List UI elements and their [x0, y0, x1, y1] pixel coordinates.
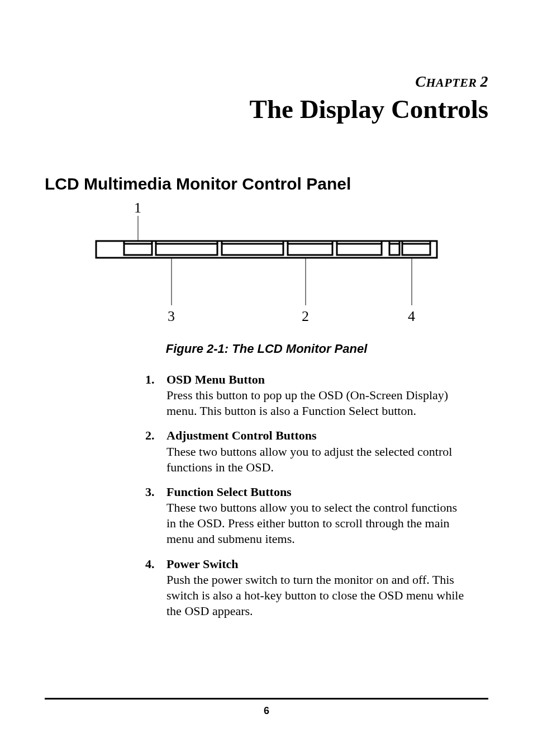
figure-caption: Figure 2-1: The LCD Monitor Panel: [45, 342, 488, 356]
item-title: OSD Menu Button: [166, 372, 265, 386]
monitor-panel-diagram: 1: [93, 199, 440, 330]
definition-list: 1. OSD Menu Button Press this button to …: [145, 372, 466, 619]
footer-rule: [45, 698, 488, 700]
item-desc: Push the power switch to turn the monito…: [166, 573, 464, 618]
item-number: 4.: [145, 556, 166, 620]
chapter-label: CHAPTER 2: [45, 73, 488, 91]
svg-rect-2: [124, 244, 152, 255]
item-title: Power Switch: [166, 557, 239, 571]
figure: 1: [45, 199, 488, 356]
svg-rect-3: [156, 244, 217, 255]
callout-4: 4: [408, 308, 415, 324]
callout-1: 1: [134, 200, 141, 216]
chapter-label-num: 2: [480, 73, 489, 90]
item-desc: Press this button to pop up the OSD (On-…: [166, 388, 448, 418]
svg-rect-5: [288, 244, 332, 255]
page-footer: 6: [45, 698, 488, 717]
item-desc: These two buttons allow you to select th…: [166, 500, 457, 546]
svg-rect-6: [337, 244, 382, 255]
callout-2: 2: [302, 308, 309, 324]
chapter-label-prefix: C: [415, 73, 426, 90]
list-item: 2. Adjustment Control Buttons These two …: [145, 428, 466, 475]
item-number: 2.: [145, 428, 166, 475]
item-desc: These two buttons allow you to adjust th…: [166, 445, 452, 474]
item-number: 1.: [145, 372, 166, 419]
item-title: Adjustment Control Buttons: [166, 428, 317, 442]
list-item: 3. Function Select Buttons These two but…: [145, 484, 466, 547]
svg-rect-4: [222, 244, 283, 255]
chapter-title: The Display Controls: [45, 94, 488, 124]
chapter-label-mid: HAPTER: [426, 75, 480, 89]
section-title: LCD Multimedia Monitor Control Panel: [45, 174, 488, 193]
page-number: 6: [45, 705, 488, 717]
list-item: 1. OSD Menu Button Press this button to …: [145, 372, 466, 419]
item-number: 3.: [145, 484, 166, 547]
callout-3: 3: [168, 308, 175, 324]
item-title: Function Select Buttons: [166, 485, 292, 499]
list-item: 4. Power Switch Push the power switch to…: [145, 556, 466, 620]
svg-rect-7: [389, 244, 399, 255]
svg-rect-8: [402, 244, 430, 255]
